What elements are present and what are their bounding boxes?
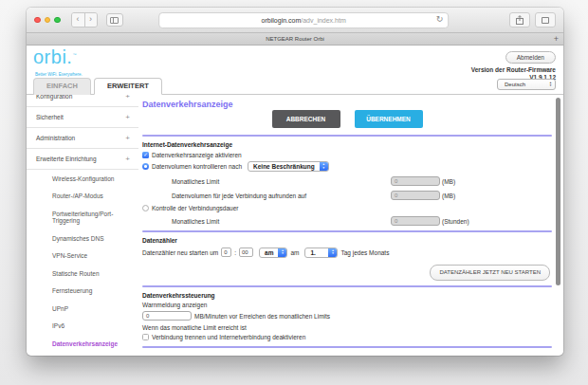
share-icon (516, 15, 524, 25)
duration-limit-row: Monatliches Limit 0 (Stunden) (142, 216, 552, 226)
warning-suffix-label: MB/Minuten vor Erreichen des monatlichen… (194, 313, 330, 320)
expand-icon: + (125, 113, 130, 121)
disconnect-row: Verbindung trennen und Internetverbindun… (142, 334, 552, 340)
sidebar-item-wireless-konfiguration[interactable]: Wireless-Konfiguration (27, 170, 138, 188)
main-content: Datenverkehrsanzeige ABBRECHEN ÜBERNEHME… (138, 95, 563, 355)
warning-input[interactable]: 0 (142, 311, 192, 321)
url-host: orbilogin.com (262, 17, 302, 24)
duration-limit-input[interactable]: 0 (391, 216, 440, 226)
select-arrows-icon: ▲▼ (549, 82, 552, 88)
traffic-section-heading: Internet-Datenverkehrsanzeige (142, 141, 552, 148)
enable-traffic-checkbox[interactable]: ✓ (142, 152, 149, 158)
sidebar-item-upnp[interactable]: UPnP (27, 300, 138, 318)
sidebar-item-ipv6[interactable]: IPv6 (27, 318, 138, 336)
page-title: Datenverkehrsanzeige (142, 100, 552, 109)
back-icon[interactable]: ‹ (72, 13, 84, 27)
disconnect-label: Verbindung trennen und Internetverbindun… (152, 334, 305, 340)
url-path: /adv_index.htm (301, 17, 345, 24)
sidebar-item-router-ap-modus[interactable]: Router-/AP-Modus (27, 188, 138, 206)
expand-icon: + (125, 134, 130, 142)
counter-section-heading: Datenzähler (142, 237, 552, 244)
logout-button[interactable]: Abmelden (505, 51, 556, 64)
day-select[interactable]: 1. ▲▼ (304, 248, 338, 258)
tab-bar[interactable]: NETGEAR Router Orbi + (27, 33, 563, 46)
tab-einfach[interactable]: EINFACH (33, 78, 91, 95)
volume-limit-select[interactable]: Keine Beschränkung ▲▼ (248, 161, 329, 172)
restart-hour-input[interactable]: 0 (221, 248, 231, 257)
tab-overview-button[interactable] (535, 12, 556, 28)
counter-restart-row: Datenzähler neu starten um 0 : 00 am ▲▼ … (142, 248, 552, 258)
reload-icon[interactable]: ↻ (436, 14, 444, 24)
volume-limit-value: Keine Beschränkung (248, 162, 320, 171)
duration-control-row: Kontrolle der Verbindungsdauer (142, 205, 552, 211)
monthly-limit-unit: (MB) (442, 178, 455, 185)
web-page: orbi.™ Better WiFi. Everywhere. Abmelden… (27, 46, 563, 355)
roundup-row: Datenvolumen für jede Verbindung aufrund… (142, 191, 552, 200)
warning-row: 0 MB/Minuten vor Erreichen des monatlich… (142, 311, 552, 321)
restart-connector-label: am (290, 249, 299, 256)
forward-icon[interactable]: › (84, 13, 97, 27)
tab-erweitert[interactable]: ERWEITERT (94, 78, 162, 95)
sidebar-toggle-button[interactable] (106, 13, 123, 27)
expand-icon: + (125, 155, 130, 163)
language-select[interactable]: Deutsch ▲▼ (497, 79, 556, 90)
close-window-button[interactable] (34, 17, 41, 24)
enable-traffic-row: ✓ Datenverkehrsanzeige aktivieren (142, 152, 552, 158)
select-stepper-icon: ▲▼ (320, 162, 328, 171)
sidebar-item-erweiterte-einrichtung[interactable]: Erweiterte Einrichtung + (27, 149, 138, 170)
select-stepper-icon: ▲▼ (328, 248, 337, 257)
new-tab-button[interactable]: + (554, 33, 559, 45)
ampm-value: am (260, 248, 278, 257)
enable-traffic-label: Datenverkehrsanzeige aktivieren (152, 152, 242, 158)
firmware-label: Version der Router-Firmware (471, 66, 556, 74)
sidebar-item-fernsteuerung[interactable]: Fernsteuerung (27, 283, 138, 301)
warning-label: Warnmeldung anzeigen (142, 302, 552, 308)
restart-counter-button[interactable]: DATENZÄHLER JETZT NEU STARTEN (430, 265, 550, 281)
cancel-button[interactable]: ABBRECHEN (272, 110, 340, 128)
sidebar-item-portweiterleitung[interactable]: Portweiterleitung/Port-Triggering (27, 205, 138, 229)
tab-overview-icon (542, 17, 549, 24)
time-separator: : (234, 249, 236, 256)
zoom-window-button[interactable] (54, 17, 61, 24)
sidebar-icon (110, 17, 119, 24)
page-scrollbar[interactable] (556, 98, 560, 285)
sidebar-item-administration[interactable]: Administration + (27, 128, 138, 149)
monthly-limit-label: Monatliches Limit (142, 178, 391, 185)
trademark-symbol: ™ (72, 52, 77, 57)
sidebar-item-konfiguration[interactable]: Konfiguration + (27, 95, 138, 107)
restart-prefix-label: Datenzähler neu starten um (142, 249, 218, 256)
sidebar-item-vpn-service[interactable]: VPN-Service (27, 248, 138, 266)
nav-buttons: ‹ › (71, 12, 98, 28)
roundup-label: Datenvolumen für jede Verbindung aufrund… (142, 192, 391, 199)
day-value: 1. (305, 248, 328, 257)
sidebar-nav: Konfiguration + Sicherheit + Administrat… (27, 95, 138, 355)
sidebar-item-statische-routen[interactable]: Statische Routen (27, 265, 138, 283)
sidebar-item-dynamisches-dns[interactable]: Dynamisches DNS (27, 229, 138, 248)
browser-toolbar: ‹ › orbilogin.com/adv_index.htm ↻ (27, 8, 563, 33)
logo-tagline: Better WiFi. Everywhere. (35, 72, 83, 77)
select-stepper-icon: ▲▼ (278, 248, 286, 257)
share-button[interactable] (509, 12, 530, 28)
section-divider (142, 230, 552, 232)
limit-reached-label: Wenn das monatliche Limit erreicht ist (142, 324, 552, 331)
restart-minute-input[interactable]: 00 (239, 248, 253, 257)
sidebar-item-datenverkehrsanzeige[interactable]: Datenverkehrsanzeige (27, 335, 138, 353)
monthly-limit-row: Monatliches Limit 0 (MB) (142, 176, 552, 186)
volume-control-row: Datenvolumen kontrollieren nach Keine Be… (142, 161, 552, 172)
duration-limit-unit: (Stunden) (442, 218, 469, 225)
monthly-limit-input[interactable]: 0 (391, 176, 440, 186)
sidebar-item-sicherheit[interactable]: Sicherheit + (27, 107, 138, 128)
section-divider (142, 135, 552, 137)
minimize-window-button[interactable] (45, 17, 51, 24)
duration-control-radio[interactable] (142, 205, 149, 211)
browser-tab-title: NETGEAR Router Orbi (266, 36, 324, 42)
disconnect-checkbox[interactable] (142, 334, 149, 340)
apply-button[interactable]: ÜBERNEHMEN (355, 110, 423, 128)
duration-limit-label: Monatliches Limit (142, 218, 391, 225)
toolbar-right-buttons (509, 12, 556, 28)
ampm-select[interactable]: am ▲▼ (259, 248, 287, 258)
roundup-input[interactable]: 0 (391, 191, 440, 200)
volume-control-label: Datenvolumen kontrollieren nach (152, 163, 242, 170)
volume-control-radio[interactable] (142, 163, 149, 170)
address-bar[interactable]: orbilogin.com/adv_index.htm ↻ (158, 12, 449, 28)
